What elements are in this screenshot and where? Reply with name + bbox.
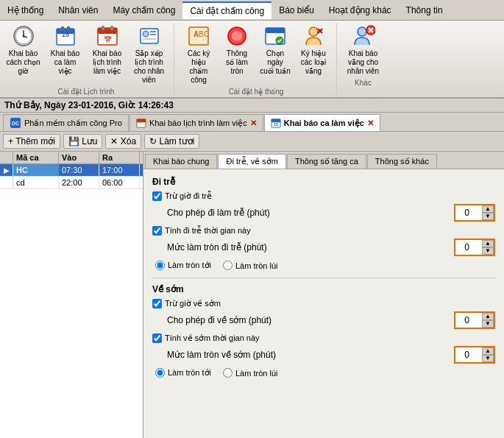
cell-vao: 07:30: [59, 164, 99, 176]
menu-item-cai-dat-cham-cong[interactable]: Cài đặt chấm công: [182, 1, 271, 19]
muc-lam-tron-ve-som-spin: ▲ ▼: [454, 346, 495, 364]
close-icon-lich-trinh[interactable]: ✕: [250, 119, 257, 128]
table-row[interactable]: ▶ HC 07:30 17:00: [0, 164, 143, 177]
panel-tab-di-tre-ve-som[interactable]: Đi trễ, về sớm: [218, 154, 286, 169]
cb-tru-gio-ve-som[interactable]: [152, 299, 162, 308]
cho-phep-di-tre-spin: ▲ ▼: [454, 204, 495, 222]
svg-text:B: B: [199, 30, 204, 38]
col-vao: Vào: [59, 152, 99, 163]
cell-ma-ca: HC: [13, 164, 59, 176]
svg-text:📅: 📅: [103, 35, 112, 44]
ve-som-section: Về sớm Trừ giờ về sớm Cho phép đi về sớm…: [152, 284, 495, 378]
radio-lam-tron-toi-di-tre[interactable]: [155, 261, 165, 270]
them-moi-button[interactable]: + Thêm mới: [3, 134, 60, 149]
radio-lam-tron-toi-ve-som-label[interactable]: Làm tròn tới: [155, 368, 211, 378]
cb-tinh-di-tre-row: Tính đi trễ thời gian này: [152, 226, 495, 236]
muc-di-tre-spin-down[interactable]: ▼: [482, 247, 494, 255]
status-bar: Thứ Bảy, Ngày 23-01-2016, Giờ: 14:26:43: [0, 99, 504, 113]
cho-phep-di-tre-input[interactable]: [455, 205, 482, 220]
table-row[interactable]: cd 22:00 06:00: [0, 177, 143, 189]
ribbon-btn-ky-hieu-vang[interactable]: Ký hiệu các loại vắng: [295, 23, 332, 86]
svg-point-25: [232, 31, 242, 41]
person-x-icon: [352, 24, 375, 48]
ribbon-btn-thong-so-lam-tron[interactable]: Thông số làm tròn: [219, 23, 255, 86]
cho-phep-ve-som-spin: ▲ ▼: [454, 311, 495, 329]
radio-lam-tron-lui-di-tre[interactable]: [223, 261, 233, 270]
muc-lam-tron-di-tre-row: Mức làm tròn đi trễ (phút) ▲ ▼: [152, 239, 495, 256]
ribbon-group-lịch-trình: Khai báo cách chọn giờ 15 Khai báo ca là…: [3, 23, 174, 97]
ribbon-btn-khai-bao-vang[interactable]: Khai báo vắng cho nhân viên: [343, 23, 383, 77]
radio-lam-tron-lui-ve-som-label[interactable]: Làm tròn lùi: [223, 368, 277, 378]
menu-item-thong-tin[interactable]: Thông tin: [399, 2, 450, 18]
xoa-button[interactable]: ✕ Xóa: [105, 134, 141, 149]
menu-item-bao-bieu[interactable]: Báo biểu: [271, 2, 322, 18]
cb-tru-gio-ve-som-row: Trừ giờ về sớm: [152, 299, 495, 308]
circle-icon: [225, 24, 249, 48]
menu-item-hoat-dong-khac[interactable]: Hoạt động khác: [322, 2, 399, 18]
pick-date-icon: [263, 24, 287, 48]
ribbon-btn-khai-bao-ca-lam-viec[interactable]: 15 Khai báo ca làm việc: [45, 23, 85, 86]
ribbon-group-label: Cài đặt Lịch trình: [58, 88, 115, 96]
ribbon-btn-label: Chọn ngày cuối tuần: [260, 49, 291, 76]
ribbon-btn-khai-bao-cach-chon-gio[interactable]: Khai báo cách chọn giờ: [3, 23, 43, 86]
cb-tru-gio-di-tre-label: Trừ giờ đi trễ: [165, 191, 212, 201]
radio-lam-tron-lui-di-tre-label[interactable]: Làm tròn lùi: [223, 261, 277, 270]
cb-tru-gio-dittre-row: Trừ giờ đi trễ: [152, 191, 495, 201]
svg-rect-11: [98, 28, 117, 34]
panel-tabs: Khai báo chung Đi trễ, về sớm Thông số t…: [143, 152, 504, 169]
ribbon-btn-khai-bao-lich-trinh[interactable]: 📅 Khai báo lịch trình làm việc: [87, 23, 127, 86]
radio-lam-tron-lui-ve-som[interactable]: [223, 368, 233, 378]
ribbon-btn-chon-ngay-cuoi-tuan[interactable]: Chọn ngày cuối tuần: [257, 23, 294, 86]
cb-tinh-ve-som-label: Tính về sớm thời gian này: [165, 333, 260, 343]
cho-phep-di-tre-spin-up[interactable]: ▲: [482, 205, 494, 213]
ribbon: Khai báo cách chọn giờ 15 Khai báo ca là…: [0, 21, 504, 99]
muc-ve-som-spin-down[interactable]: ▼: [482, 355, 494, 362]
muc-lam-tron-di-tre-label: Mức làm tròn đi trễ (phút): [167, 242, 450, 252]
ribbon-btn-label: Ký hiệu các loại vắng: [298, 49, 329, 76]
cb-tinh-ve-som[interactable]: [152, 333, 162, 343]
panel-tab-thong-so-tang-ca[interactable]: Thông số tăng ca: [287, 154, 366, 169]
row-arrow: [0, 177, 13, 188]
lam-tuoi-button[interactable]: ↻ Làm tươi: [144, 134, 199, 149]
calendar-small-icon: [136, 118, 146, 128]
app-tab-lich-trinh[interactable]: Khai báo lịch trình làm việc ✕: [129, 114, 263, 131]
menu-item-he-thong[interactable]: Hệ thống: [0, 2, 51, 18]
app-tab-khai-bao-ca[interactable]: 15 Khai báo ca làm việc ✕: [264, 114, 380, 131]
cb-tinh-di-tre[interactable]: [152, 226, 162, 236]
cho-phep-di-tre-spin-down[interactable]: ▼: [482, 213, 494, 220]
radio-lam-tron-toi-di-tre-label[interactable]: Làm tròn tới: [155, 261, 211, 270]
cb-tinh-di-tre-label: Tính đi trễ thời gian này: [165, 226, 251, 236]
panel-content: Đi trễ Trừ giờ đi trễ Cho phép đi làm tr…: [143, 169, 504, 427]
ve-som-title: Về sớm: [152, 284, 495, 294]
cho-phep-ve-som-input[interactable]: [455, 313, 482, 328]
svg-rect-12: [102, 26, 104, 30]
ribbon-btn-sap-xep-lich-trinh[interactable]: Sắp xếp lịch trình cho nhân viên: [129, 23, 169, 86]
radio-lam-tron-toi-ve-som[interactable]: [155, 368, 165, 378]
cho-phep-ve-som-spin-up[interactable]: ▲: [482, 313, 494, 320]
app-tab-phan-mem[interactable]: DC Phần mềm chấm công Pro: [3, 114, 129, 131]
col-ma-ca: Mã ca: [13, 152, 59, 163]
badge15-icon: 15: [54, 24, 77, 48]
cho-phep-ve-som-spin-down[interactable]: ▼: [482, 320, 494, 328]
close-icon-khai-bao-ca[interactable]: ✕: [367, 119, 374, 128]
panel-tab-thong-so-khac[interactable]: Thông số khác: [367, 154, 437, 169]
cb-tru-gio-di-tre[interactable]: [152, 191, 162, 201]
muc-lam-tron-di-tre-input[interactable]: [455, 240, 482, 255]
luu-button[interactable]: 💾 Lưu: [63, 134, 103, 149]
cell-ma-ca: cd: [13, 177, 59, 188]
ribbon-btn-ky-hieu-cham-cong[interactable]: A B C Các ký hiệu chấm công: [180, 23, 217, 86]
svg-point-32: [358, 27, 366, 36]
ribbon-group-label-khac: Khác: [355, 79, 372, 87]
svg-text:15: 15: [61, 31, 68, 38]
cell-ra: 17:00: [99, 164, 140, 176]
muc-lam-tron-ve-som-row: Mức làm tròn về sớm (phút) ▲ ▼: [152, 346, 495, 364]
svg-text:DC: DC: [12, 121, 19, 126]
ribbon-content: Khai báo cách chọn giờ 15 Khai báo ca là…: [3, 23, 501, 97]
menu-item-may-cham-cong[interactable]: Máy chấm công: [105, 2, 182, 18]
muc-ve-som-spin-up[interactable]: ▲: [482, 347, 494, 355]
muc-lam-tron-ve-som-input[interactable]: [455, 347, 482, 362]
table-header: Mã ca Vào Ra: [0, 152, 143, 164]
menu-item-nhan-vien[interactable]: Nhân viên: [51, 2, 105, 18]
muc-di-tre-spin-up[interactable]: ▲: [482, 240, 494, 247]
panel-tab-khai-bao-chung[interactable]: Khai báo chung: [145, 154, 217, 169]
